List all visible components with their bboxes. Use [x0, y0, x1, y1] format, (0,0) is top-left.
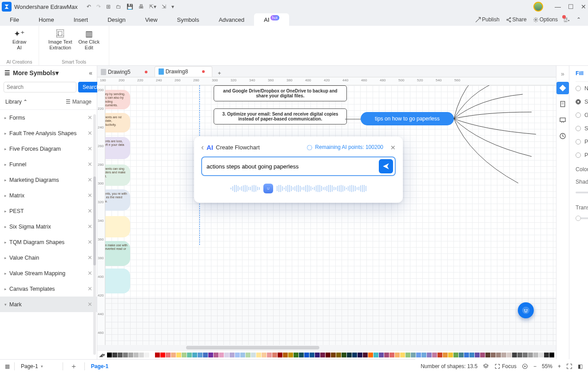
remove-library-icon[interactable]: ✕ — [87, 239, 92, 245]
color-swatch[interactable] — [155, 353, 160, 357]
menu-advanced[interactable]: Advanced — [209, 13, 254, 26]
history-panel-button[interactable] — [556, 130, 569, 142]
library-item[interactable]: Marketing Diagrams✕ — [0, 172, 97, 188]
library-item[interactable]: Funnel✕ — [0, 156, 97, 172]
color-swatch[interactable] — [549, 353, 554, 357]
color-swatch[interactable] — [469, 353, 474, 357]
color-swatch[interactable] — [166, 353, 171, 357]
color-swatch[interactable] — [416, 353, 421, 357]
remove-library-icon[interactable]: ✕ — [87, 285, 92, 292]
color-swatch[interactable] — [150, 353, 155, 357]
menu-home[interactable]: Home — [29, 13, 64, 26]
color-swatch[interactable] — [267, 353, 272, 357]
fill-option[interactable]: No fill — [576, 82, 588, 95]
ai-points-button[interactable]: Remaining AI points: 100200 — [306, 144, 383, 151]
library-item[interactable]: PEST✕ — [0, 203, 97, 219]
page-tab[interactable]: Page-1▾ — [17, 363, 60, 369]
add-page-button[interactable]: ＋ — [66, 362, 82, 371]
remove-library-icon[interactable]: ✕ — [87, 254, 92, 261]
transparency-slider[interactable] — [576, 217, 588, 219]
help-button[interactable]: ⍰▾ — [564, 16, 570, 23]
edraw-ai-button[interactable]: ✦⁺ EdrawAI — [12, 29, 26, 51]
publish-button[interactable]: Publish — [475, 16, 499, 23]
canvas-shape[interactable]: ments are loss, theft n your data — [105, 137, 130, 159]
style-panel-button[interactable] — [556, 82, 569, 94]
one-click-edit-button[interactable]: ▥ One ClickEdit — [78, 29, 99, 51]
library-item[interactable]: Matrix✕ — [0, 188, 97, 203]
color-swatch[interactable] — [400, 353, 405, 357]
canvas-shape[interactable]: can make ose with converted read or — [105, 241, 130, 266]
color-swatch[interactable] — [544, 353, 549, 357]
color-swatch[interactable] — [246, 353, 250, 357]
color-swatch[interactable] — [437, 353, 442, 357]
color-swatch[interactable] — [134, 353, 139, 357]
color-swatch[interactable] — [395, 353, 400, 357]
color-swatch[interactable] — [496, 353, 501, 357]
color-swatch[interactable] — [128, 353, 133, 357]
menu-symbols[interactable]: Symbols — [167, 13, 209, 26]
options-button[interactable]: Options — [533, 16, 558, 23]
focus-button[interactable]: Focus — [494, 363, 516, 369]
library-item[interactable]: Forms✕ — [0, 110, 97, 125]
open-button[interactable]: 🗀 — [116, 4, 121, 10]
back-button[interactable]: ‹ — [201, 143, 204, 152]
color-swatch[interactable] — [176, 353, 181, 357]
presentation-button[interactable] — [522, 363, 528, 369]
color-swatch[interactable] — [304, 353, 309, 357]
color-swatch[interactable] — [187, 353, 192, 357]
ai-prompt-input[interactable] — [204, 159, 379, 173]
color-swatch[interactable] — [198, 353, 203, 357]
color-swatch[interactable] — [310, 353, 314, 357]
color-swatch[interactable] — [278, 353, 282, 357]
color-swatch[interactable] — [235, 353, 240, 357]
sidebar-scrollbar[interactable] — [93, 114, 96, 355]
color-swatch[interactable] — [219, 353, 224, 357]
color-swatch[interactable] — [507, 353, 512, 357]
color-swatch[interactable] — [331, 353, 336, 357]
color-swatch[interactable] — [107, 353, 112, 357]
redo-button[interactable]: ↷ — [96, 4, 101, 10]
color-swatch[interactable] — [112, 353, 117, 357]
color-swatch[interactable] — [123, 353, 128, 357]
color-swatch[interactable] — [294, 353, 298, 357]
flowchart-node[interactable]: 3. Optimize your email: Send and receive… — [214, 108, 347, 124]
export-button[interactable]: ⇱▾ — [149, 4, 156, 10]
new-button[interactable]: ⊞ — [106, 4, 111, 10]
library-item[interactable]: TQM Diagram Shapes✕ — [0, 234, 97, 250]
color-swatch[interactable] — [144, 353, 149, 357]
save-button[interactable]: 💾 — [127, 4, 133, 10]
color-swatch[interactable] — [171, 353, 176, 357]
symbol-search-input[interactable] — [4, 82, 76, 92]
central-node[interactable]: tips on how to go paperless — [361, 112, 454, 125]
page-panel-button[interactable] — [556, 98, 569, 110]
color-swatch[interactable] — [288, 353, 293, 357]
fill-option[interactable]: Solid fill — [576, 95, 588, 108]
zoom-level[interactable]: 55% — [542, 363, 552, 369]
color-swatch[interactable] — [182, 353, 187, 357]
canvas-shape[interactable]: ments, you re with an es the need you. — [105, 189, 130, 211]
horizontal-scrollbar[interactable] — [97, 345, 556, 350]
zoom-out-button[interactable]: − — [533, 363, 536, 369]
fill-option[interactable]: Picture or texture fill — [576, 148, 588, 162]
remove-library-icon[interactable]: ✕ — [87, 161, 92, 168]
color-swatch[interactable] — [320, 353, 325, 357]
menu-file[interactable]: File — [0, 13, 29, 26]
color-swatch[interactable] — [411, 353, 416, 357]
menu-insert[interactable]: Insert — [64, 13, 98, 26]
menu-design[interactable]: Design — [98, 13, 135, 26]
canvas-shape[interactable]: uments can sing folders and make ent. — [105, 164, 130, 186]
remove-library-icon[interactable]: ✕ — [87, 270, 92, 277]
color-swatch[interactable] — [373, 353, 378, 357]
color-swatch[interactable] — [203, 353, 208, 357]
color-swatch[interactable] — [358, 353, 362, 357]
fill-option[interactable]: Pattern fill — [576, 135, 588, 148]
color-swatch[interactable] — [528, 353, 533, 357]
library-item[interactable]: Value Stream Mapping✕ — [0, 265, 97, 281]
color-swatch[interactable] — [480, 353, 485, 357]
remove-library-icon[interactable]: ✕ — [87, 192, 92, 199]
color-swatch[interactable] — [299, 353, 304, 357]
expand-rightpanel-button[interactable]: » — [561, 68, 564, 80]
color-swatch[interactable] — [139, 353, 144, 357]
remove-library-icon[interactable]: ✕ — [87, 301, 92, 308]
color-swatch[interactable] — [208, 353, 213, 357]
